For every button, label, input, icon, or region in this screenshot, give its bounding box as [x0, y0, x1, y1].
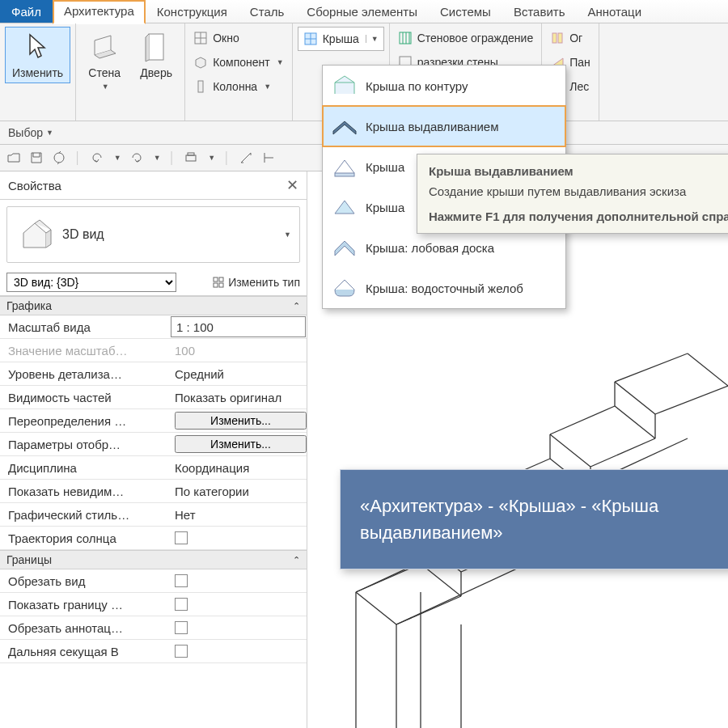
row-override-label: Переопределения …	[0, 414, 170, 428]
dd-label: Крыша: водосточный желоб	[366, 281, 523, 295]
row-farclip-checkbox[interactable]	[175, 645, 188, 658]
svg-point-15	[54, 153, 64, 163]
row-detail-label: Уровень детализа…	[0, 367, 170, 381]
row-discipline-label: Дисциплина	[0, 461, 170, 475]
menu-architecture[interactable]: Архитектура	[53, 0, 146, 24]
view-selector[interactable]: 3D вид: {3D}	[6, 273, 176, 292]
row-scale-value[interactable]: 1 : 100	[171, 316, 306, 337]
group-bounds[interactable]: Границы⌃	[0, 550, 307, 569]
row-scaleval-label: Значение масштаб…	[0, 344, 170, 358]
type-selector[interactable]: 3D вид ▼	[6, 206, 300, 263]
print-icon[interactable]	[184, 150, 198, 165]
redo-icon[interactable]	[129, 150, 144, 165]
roof-generic1-icon	[332, 154, 358, 180]
close-icon[interactable]: ✕	[286, 176, 298, 194]
component-button[interactable]: Компонент▼	[190, 51, 287, 74]
menu-insert[interactable]: Вставить	[502, 0, 577, 23]
curtain-wall-label: Стеновое ограждение	[417, 32, 534, 44]
door-icon	[140, 31, 172, 63]
component-icon	[193, 55, 208, 70]
roof-footprint-icon	[332, 73, 358, 99]
row-gstyle-label: Графический стиль…	[0, 508, 170, 522]
curtain-wall-button[interactable]: Стеновое ограждение	[395, 27, 537, 49]
svg-line-18	[241, 153, 251, 163]
svg-rect-14	[558, 33, 562, 43]
roof-gutter[interactable]: Крыша: водосточный желоб	[323, 268, 565, 308]
undo-icon[interactable]	[90, 150, 104, 165]
align-icon[interactable]	[261, 150, 276, 165]
menu-structure[interactable]: Конструкция	[146, 0, 239, 23]
roof-by-footprint[interactable]: Крыша по контуру	[323, 66, 565, 106]
view3d-icon	[15, 215, 54, 254]
dd-label: Крыша	[366, 160, 404, 174]
open-icon[interactable]	[6, 150, 21, 165]
properties-title: Свойства	[8, 179, 61, 193]
properties-panel: Свойства ✕ 3D вид ▼ 3D вид: {3D} Изменит…	[0, 171, 307, 728]
svg-rect-27	[335, 173, 354, 176]
row-sun-checkbox[interactable]	[175, 531, 188, 544]
roof-gutter-icon	[332, 275, 358, 301]
dd-label: Крыша по контуру	[366, 79, 468, 93]
row-dispopt-button[interactable]: Изменить...	[175, 435, 307, 453]
row-cropvis-label: Показать границу …	[0, 598, 170, 612]
door-button[interactable]: Дверь	[133, 27, 180, 83]
window-button[interactable]: Окно	[190, 27, 287, 49]
row-discipline-value[interactable]: Координация	[170, 456, 307, 479]
svg-rect-13	[552, 33, 557, 43]
menu-steel[interactable]: Сталь	[239, 0, 295, 23]
wall-icon	[88, 31, 121, 63]
menu-bar: Файл Архитектура Конструкция Сталь Сборн…	[0, 0, 728, 23]
modify-button[interactable]: Изменить	[5, 27, 70, 83]
instruction-callout: «Архитектура» - «Крыша» - «Крыша выдавли…	[340, 469, 728, 569]
measure-icon[interactable]	[239, 150, 253, 165]
type-label: 3D вид	[62, 227, 104, 242]
edit-type-button[interactable]: Изменить тип	[212, 276, 300, 289]
row-cropvis-checkbox[interactable]	[175, 598, 188, 611]
menu-systems[interactable]: Системы	[429, 0, 502, 23]
select-group-label: Выбор	[8, 126, 43, 139]
row-hidden-value[interactable]: По категории	[170, 480, 307, 502]
menu-annotation[interactable]: Аннотаци	[576, 0, 653, 23]
svg-rect-0	[149, 34, 163, 60]
tooltip: Крыша выдавливанием Создание крыши путем…	[417, 154, 728, 234]
tooltip-body: Создание крыши путем выдавливания эскиза	[429, 183, 728, 200]
roof-button[interactable]: Крыша▼	[298, 27, 384, 51]
roof-by-extrusion[interactable]: Крыша выдавливанием	[322, 105, 566, 147]
column-label: Колонна	[213, 80, 257, 93]
rail-button[interactable]: Ог	[547, 27, 594, 49]
svg-rect-4	[198, 81, 203, 92]
row-scale-label: Масштаб вида	[0, 320, 170, 334]
menu-file[interactable]: Файл	[0, 0, 53, 23]
row-parts-value[interactable]: Показать оригинал	[170, 386, 307, 408]
cursor-icon	[22, 31, 54, 63]
row-hidden-label: Показать невидим…	[0, 485, 170, 498]
row-gstyle-value[interactable]: Нет	[170, 503, 307, 526]
dd-label: Крыша: лобовая доска	[366, 241, 494, 255]
row-crop-checkbox[interactable]	[175, 574, 188, 587]
roof-icon	[303, 32, 318, 46]
column-button[interactable]: Колонна▼	[190, 75, 287, 98]
window-label: Окно	[213, 32, 239, 44]
menu-assemblies[interactable]: Сборные элементы	[295, 0, 429, 23]
roof-fascia-icon	[332, 235, 358, 260]
save-icon[interactable]	[29, 150, 44, 165]
tooltip-title: Крыша выдавливанием	[429, 163, 728, 180]
modify-label: Изменить	[12, 66, 63, 79]
row-override-button[interactable]: Изменить...	[175, 412, 307, 430]
svg-rect-25	[214, 283, 218, 287]
row-detail-value[interactable]: Средний	[170, 362, 307, 385]
wall-label: Стена	[88, 66, 121, 79]
sync-icon[interactable]	[52, 150, 66, 165]
row-crop-label: Обрезать вид	[0, 574, 170, 588]
group-graphics[interactable]: Графика⌃	[0, 296, 307, 315]
svg-rect-24	[219, 277, 223, 281]
roof-label: Крыша	[323, 32, 359, 45]
wall-button[interactable]: Стена▼	[81, 27, 128, 95]
tooltip-f1: Нажмите F1 для получения дополнительной …	[429, 208, 728, 225]
row-dispopt-label: Параметры отобр…	[0, 438, 170, 451]
roof-extrusion-icon	[332, 113, 358, 139]
roof-generic2-icon	[332, 194, 358, 220]
column-icon	[193, 79, 208, 94]
chevron-down-icon[interactable]: ▼	[46, 129, 53, 137]
row-cropann-checkbox[interactable]	[175, 621, 188, 634]
